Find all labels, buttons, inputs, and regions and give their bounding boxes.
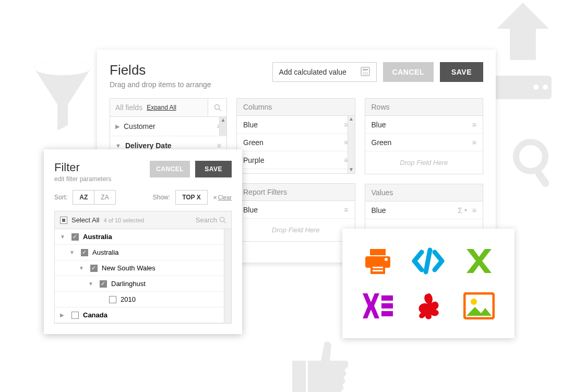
tree-label: 2010 bbox=[121, 295, 136, 303]
tree-label: Australia bbox=[83, 233, 112, 241]
svg-rect-6 bbox=[534, 169, 551, 188]
clear-link[interactable]: ✕Clear bbox=[213, 194, 232, 201]
scrollbar[interactable]: ▲▼ bbox=[348, 116, 355, 173]
zone-item-label: Green bbox=[243, 138, 264, 147]
export-card bbox=[342, 229, 515, 338]
svg-point-4 bbox=[543, 85, 548, 90]
columns-zone: Columns Blue≡ Green≡ Purple≡ ▲▼ bbox=[236, 98, 355, 174]
chart-bars-icon[interactable] bbox=[360, 288, 396, 324]
svg-rect-24 bbox=[373, 267, 383, 268]
caret-down-icon: ▼ bbox=[115, 142, 121, 149]
filter-subtitle: edit filter parameters bbox=[54, 175, 111, 183]
svg-point-5 bbox=[516, 142, 545, 171]
grip-icon: ≡ bbox=[472, 206, 476, 215]
checkbox[interactable] bbox=[109, 296, 116, 303]
topx-button[interactable]: TOP X bbox=[175, 190, 208, 205]
rows-zone: Rows Blue≡ Green≡ Drop Field Here bbox=[365, 98, 484, 174]
tree-row[interactable]: ▼Australia bbox=[55, 245, 231, 260]
code-icon[interactable] bbox=[410, 243, 447, 280]
checkbox[interactable] bbox=[71, 233, 79, 241]
zone-item[interactable]: Green≡ bbox=[237, 134, 355, 151]
zone-item-label: Blue bbox=[243, 121, 258, 129]
pdf-icon[interactable] bbox=[410, 288, 447, 324]
checkbox[interactable] bbox=[90, 265, 98, 272]
print-icon[interactable] bbox=[360, 243, 396, 280]
sort-segmented: AZ ZA bbox=[73, 190, 115, 205]
svg-point-18 bbox=[220, 217, 224, 221]
caret-down-icon: ▼ bbox=[60, 234, 67, 240]
expand-all-link[interactable]: Expand All bbox=[147, 104, 176, 111]
all-fields-search-button[interactable] bbox=[208, 98, 227, 117]
zone-item[interactable]: Green≡ bbox=[365, 134, 483, 151]
tree-search-button[interactable]: Search bbox=[196, 216, 226, 224]
svg-rect-7 bbox=[292, 361, 306, 392]
svg-point-22 bbox=[385, 258, 388, 261]
zone-item[interactable]: Blue Σ ▾ ≡ bbox=[365, 201, 483, 219]
filter-cancel-button[interactable]: CANCEL bbox=[150, 161, 190, 177]
tree-label: Australia bbox=[92, 248, 119, 256]
checkbox[interactable] bbox=[81, 249, 88, 256]
select-all-checkbox[interactable] bbox=[60, 217, 67, 224]
excel-x-icon[interactable] bbox=[461, 243, 497, 280]
zone-title: Columns bbox=[237, 99, 355, 116]
tree-row[interactable]: ▼New South Wales bbox=[55, 260, 231, 276]
filter-save-button[interactable]: SAVE bbox=[195, 161, 232, 177]
select-all-label: Select All bbox=[71, 216, 99, 224]
field-label: Delivery Date bbox=[125, 141, 172, 150]
tree-label: New South Wales bbox=[102, 264, 156, 272]
caret-down-icon: ▼ bbox=[79, 265, 86, 271]
tree-row[interactable]: ▼Darlinghust bbox=[55, 276, 231, 292]
svg-rect-23 bbox=[370, 265, 385, 274]
fields-cancel-button[interactable]: CANCEL bbox=[383, 62, 434, 82]
svg-rect-25 bbox=[373, 270, 383, 271]
tree-label: Canada bbox=[83, 311, 107, 319]
tree-row[interactable]: 2010 bbox=[55, 292, 231, 307]
scrollbar[interactable] bbox=[224, 229, 231, 323]
sigma-dropdown[interactable]: Σ ▾ ≡ bbox=[458, 206, 476, 215]
zone-item-label: Blue bbox=[372, 121, 386, 129]
tree-row[interactable]: ▼Australia bbox=[55, 229, 231, 245]
svg-rect-27 bbox=[381, 295, 393, 301]
zone-item[interactable]: Purple≡ bbox=[237, 151, 355, 169]
scrollbar[interactable]: ▲ bbox=[219, 117, 226, 136]
all-fields-item-customer[interactable]: ▶ Customer ≡ bbox=[110, 117, 226, 136]
svg-point-31 bbox=[471, 299, 477, 305]
chevron-down-icon: ▾ bbox=[464, 207, 467, 213]
svg-line-17 bbox=[219, 109, 221, 111]
svg-point-16 bbox=[214, 105, 219, 110]
drop-hint: Drop Field Here bbox=[365, 151, 483, 174]
zone-title: Rows bbox=[365, 99, 483, 116]
svg-point-3 bbox=[533, 85, 539, 90]
svg-point-10 bbox=[363, 72, 364, 73]
filter-title: Filter bbox=[54, 161, 111, 174]
sort-za-button[interactable]: ZA bbox=[94, 191, 115, 204]
filters-zone: Report Filters Blue≡ Drop Field Here bbox=[236, 183, 355, 242]
show-label: Show: bbox=[153, 194, 170, 201]
zone-item[interactable]: Blue≡ bbox=[237, 201, 355, 219]
image-icon[interactable] bbox=[461, 288, 497, 324]
zone-item[interactable]: Blue≡ bbox=[237, 116, 355, 134]
svg-point-15 bbox=[366, 74, 367, 75]
grip-icon: ≡ bbox=[472, 138, 476, 147]
tree-row[interactable]: ▶Canada bbox=[55, 307, 231, 323]
zone-item-label: Green bbox=[372, 138, 392, 147]
checkbox[interactable] bbox=[71, 312, 79, 319]
checkbox[interactable] bbox=[100, 280, 107, 288]
magnifier-bg-icon bbox=[512, 138, 554, 188]
svg-line-26 bbox=[426, 250, 430, 272]
svg-point-11 bbox=[365, 72, 366, 73]
svg-rect-28 bbox=[381, 303, 393, 308]
zone-item-label: Purple bbox=[243, 156, 264, 164]
calculator-icon bbox=[361, 67, 370, 78]
sort-az-button[interactable]: AZ bbox=[73, 191, 94, 204]
fields-save-button[interactable]: SAVE bbox=[440, 62, 483, 82]
grip-icon: ≡ bbox=[472, 121, 476, 129]
svg-point-12 bbox=[366, 72, 367, 73]
zone-title: Report Filters bbox=[237, 184, 355, 201]
caret-right-icon: ▶ bbox=[60, 312, 67, 318]
zone-item[interactable]: Blue≡ bbox=[365, 116, 483, 134]
field-label: Customer bbox=[124, 122, 156, 130]
svg-rect-9 bbox=[363, 69, 368, 70]
add-calculated-value-button[interactable]: Add calculated value bbox=[272, 62, 377, 82]
upload-bg-icon bbox=[492, 3, 554, 81]
